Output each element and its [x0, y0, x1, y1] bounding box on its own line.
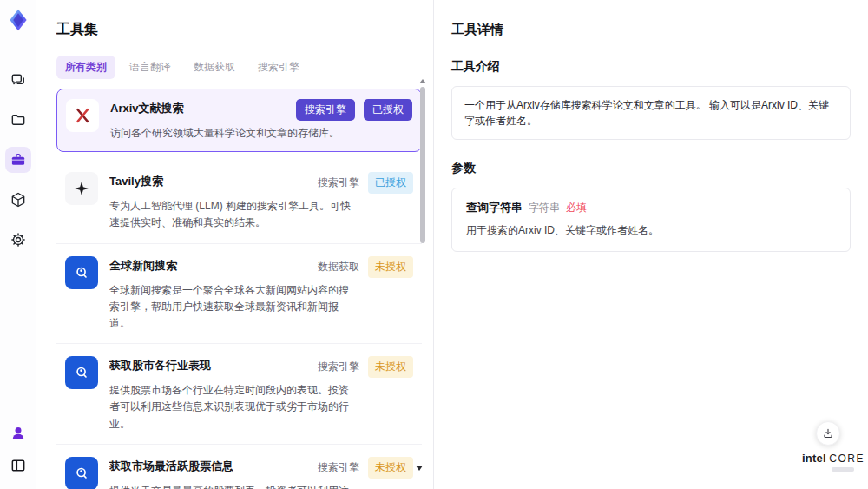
params-heading: 参数 — [451, 161, 851, 176]
category-label: 搜索引擎 — [318, 460, 359, 475]
tool-card-arxiv[interactable]: Arxiv文献搜索 搜索引擎 已授权 访问各个研究领域大量科学论文和文章的存储库… — [56, 89, 422, 152]
param-description: 用于搜索的Arxiv ID、关键字或作者姓名。 — [466, 223, 836, 238]
tab-language-translation[interactable]: 语言翻译 — [121, 56, 180, 79]
param-name: 查询字符串 — [466, 200, 523, 215]
download-button[interactable] — [816, 421, 840, 446]
gear-icon[interactable] — [5, 227, 31, 253]
app: 工具集 所有类别 语言翻译 数据获取 搜索引擎 Arxiv文献搜索 — [0, 0, 868, 489]
scroll-down-arrow-icon[interactable] — [416, 466, 423, 471]
tab-all-categories[interactable]: 所有类别 — [56, 56, 115, 79]
scroll-up-arrow-icon[interactable] — [419, 79, 426, 83]
briefcase-icon[interactable] — [5, 147, 31, 173]
status-badge: 未授权 — [368, 356, 413, 378]
tool-list: Arxiv文献搜索 搜索引擎 已授权 访问各个研究领域大量科学论文和文章的存储库… — [56, 89, 422, 489]
tool-description: 全球新闻搜索是一个聚合全球各大新闻网站内容的搜索引擎，帮助用户快速获取全球最新资… — [109, 282, 352, 333]
brand-sub-mark — [832, 467, 854, 472]
app-logo-icon — [4, 6, 32, 34]
tab-data-fetch[interactable]: 数据获取 — [185, 56, 244, 79]
rail-bottom — [5, 420, 31, 479]
brand-core: core — [829, 453, 865, 465]
tavily-star-icon — [65, 172, 98, 205]
tool-title: Tavily搜索 — [109, 172, 163, 189]
chat-icon[interactable] — [5, 67, 31, 93]
tool-description: 提供股票市场各个行业在特定时间段内的表现。投资者可以利用这些信息来识别表现优于或… — [109, 382, 352, 433]
finance-search-icon — [65, 256, 98, 289]
category-badge[interactable]: 搜索引擎 — [296, 99, 355, 121]
sidebar-panel-icon[interactable] — [5, 453, 31, 479]
status-badge: 已授权 — [368, 172, 413, 194]
intro-heading: 工具介绍 — [451, 59, 851, 75]
arxiv-icon — [66, 99, 99, 132]
status-badge: 未授权 — [368, 256, 413, 278]
tool-title: 获取股市各行业表现 — [109, 356, 211, 373]
tool-card-most-active-stocks[interactable]: 获取市场最活跃股票信息 搜索引擎 未授权 提供当天交易量最高的股票列表。投资者可… — [56, 445, 422, 489]
tool-detail-panel: 工具详情 工具介绍 一个用于从Arxiv存储库搜索科学论文和文章的工具。 输入可… — [434, 0, 868, 489]
category-tabs: 所有类别 语言翻译 数据获取 搜索引擎 — [56, 56, 433, 79]
brand-intel: intel — [802, 452, 826, 465]
param-type: 字符串 — [529, 201, 560, 215]
tool-description: 访问各个研究领域大量科学论文和文章的存储库。 — [110, 125, 353, 142]
intro-text: 一个用于从Arxiv存储库搜索科学论文和文章的工具。 输入可以是Arxiv ID… — [451, 86, 851, 140]
finance-search-icon — [65, 457, 98, 489]
scrollbar-thumb[interactable] — [420, 87, 425, 243]
category-label: 搜索引擎 — [318, 175, 359, 190]
tab-search-engine[interactable]: 搜索引擎 — [249, 56, 308, 79]
status-badge[interactable]: 已授权 — [364, 99, 412, 121]
user-icon[interactable] — [5, 420, 31, 446]
param-required-label: 必填 — [566, 201, 587, 215]
folder-icon[interactable] — [5, 107, 31, 133]
tool-card-global-news[interactable]: 全球新闻搜索 数据获取 未授权 全球新闻搜索是一个聚合全球各大新闻网站内容的搜索… — [56, 244, 422, 345]
detail-title: 工具详情 — [451, 22, 851, 38]
finance-search-icon — [65, 356, 98, 389]
rail-nav — [5, 67, 31, 253]
cube-icon[interactable] — [5, 187, 31, 213]
tool-card-sector-performance[interactable]: 获取股市各行业表现 搜索引擎 未授权 提供股票市场各个行业在特定时间段内的表现。… — [56, 344, 422, 445]
param-card: 查询字符串 字符串 必填 用于搜索的Arxiv ID、关键字或作者姓名。 — [451, 188, 851, 252]
category-label: 数据获取 — [318, 260, 359, 274]
left-rail — [0, 0, 36, 489]
tool-title: 获取市场最活跃股票信息 — [109, 457, 233, 474]
tool-title: 全球新闻搜索 — [109, 256, 177, 274]
category-label: 搜索引擎 — [318, 360, 359, 374]
tool-description: 提供当天交易量最高的股票列表。投资者可以利用这些信息来识别流动性强的股票和潜在的… — [109, 483, 352, 489]
tool-description: 专为人工智能代理 (LLM) 构建的搜索引擎工具。可快速提供实时、准确和真实的结… — [109, 198, 352, 231]
page-title: 工具集 — [56, 21, 433, 39]
tool-card-tavily[interactable]: Tavily搜索 搜索引擎 已授权 专为人工智能代理 (LLM) 构建的搜索引擎… — [56, 160, 422, 243]
status-badge: 未授权 — [368, 457, 413, 479]
download-icon — [822, 427, 834, 439]
intel-core-logo: intel core — [802, 452, 854, 472]
tool-title: Arxiv文献搜索 — [110, 99, 184, 116]
tool-list-panel: 工具集 所有类别 语言翻译 数据获取 搜索引擎 Arxiv文献搜索 — [36, 0, 434, 489]
